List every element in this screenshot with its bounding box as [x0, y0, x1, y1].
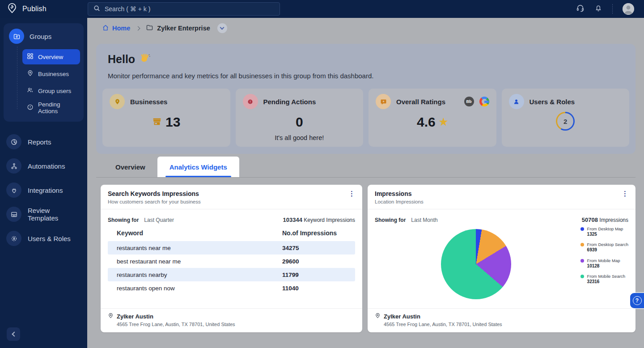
table-row[interactable]: best restaurant near me 29600 [108, 255, 355, 268]
stat-value: 13 [165, 115, 180, 130]
sidebar-item-businesses[interactable]: Businesses [22, 66, 80, 81]
stat-card-users-roles[interactable]: Users & Roles 2 [502, 89, 630, 147]
global-search[interactable] [88, 2, 280, 16]
pie-legend: From Desktop Map1325 From Desktop Search… [580, 226, 628, 285]
kebab-menu-icon[interactable]: ⋮ [622, 190, 628, 197]
location-pin-icon [108, 313, 114, 320]
stat-label: Businesses [130, 98, 167, 106]
showing-for-label: Showing for [375, 217, 406, 223]
widget-subtitle: Location Impressions [375, 199, 628, 204]
alert-circle-icon [27, 104, 34, 112]
tab-analytics-widgets[interactable]: Analytics Widgets [157, 157, 239, 177]
sidebar-item-pending-actions[interactable]: Pending Actions [22, 100, 80, 115]
user-icon [509, 94, 524, 109]
sidebar-item-review-templates[interactable]: Review Templates [0, 202, 87, 226]
topbar: Publish [0, 0, 644, 18]
sidebar-item-label: Review Templates [28, 207, 81, 222]
app-logo[interactable]: Publish [0, 2, 87, 16]
sidebar-item-label: Businesses [38, 71, 69, 77]
legend-item[interactable]: From Mobile Search32316 [580, 274, 628, 284]
impressions-pie-chart[interactable] [441, 229, 511, 299]
chevron-right-icon [136, 26, 140, 30]
businesses-pin-icon [110, 94, 125, 109]
keyword-table: restaurants near me 34275 best restauran… [108, 241, 355, 295]
dashboard-section: Overview Analytics Widgets Search Keywor… [96, 157, 636, 347]
widget-subtitle: How customers search for your business [108, 199, 355, 204]
publish-pin-logo-icon [6, 2, 18, 16]
location-pin-icon [375, 313, 381, 320]
table-row[interactable]: restaurants nearby 11799 [108, 268, 355, 281]
stat-label: Users & Roles [530, 98, 575, 106]
breadcrumb: Home Zylker Enterprise [87, 18, 644, 38]
gear-user-icon [6, 231, 21, 246]
storefront-icon [152, 115, 162, 130]
showing-for-label: Showing for [108, 217, 139, 223]
breadcrumb-group-label: Zylker Enterprise [157, 25, 210, 32]
breadcrumb-dropdown-button[interactable] [217, 23, 227, 33]
stat-value: 2 [557, 113, 573, 129]
support-headset-icon[interactable] [576, 4, 585, 14]
pie-chart-icon [6, 134, 21, 149]
bb-source-badge: Bb [464, 97, 474, 106]
location-address: 4565 Tree Frog Lane, Austin, TX 78701, U… [117, 322, 355, 327]
column-impressions: No.of Impressions [282, 229, 355, 237]
help-button[interactable]: ? [630, 293, 644, 308]
breadcrumb-home-label: Home [112, 25, 130, 32]
groups-folder-pin-icon [9, 29, 24, 44]
sidebar-item-reports[interactable]: Reports [0, 130, 87, 154]
keyword-table-header: Keyword No.of Impressions [108, 229, 355, 241]
search-icon [93, 5, 100, 13]
chevron-down-icon [220, 25, 225, 30]
banner-subtitle: Monitor performance and key metrics for … [108, 72, 629, 80]
location-name: Zylker Austin [117, 313, 153, 320]
chevron-left-icon [12, 331, 17, 336]
stat-card-overall-ratings[interactable]: Overall Ratings Bb 4.6 ★ [369, 89, 496, 147]
app-title: Publish [22, 5, 47, 13]
widget-location-footer: Zylker Austin 4565 Tree Frog Lane, Austi… [368, 308, 636, 332]
total-impressions: 50708 Impressions [582, 216, 628, 223]
welcome-banner: Hello Monitor performance and key met [96, 44, 636, 154]
legend-dot [580, 227, 584, 231]
stat-card-pending-actions[interactable]: Pending Actions 0 It's all good here! [236, 89, 364, 147]
column-keyword: Keyword [108, 229, 282, 237]
sidebar-item-overview[interactable]: Overview [22, 49, 80, 64]
widget-search-keywords-impressions: Search Keywords Impressions How customer… [101, 185, 362, 332]
stat-label: Pending Actions [263, 98, 316, 106]
breadcrumb-group[interactable]: Zylker Enterprise [146, 24, 210, 33]
legend-item[interactable]: From Mobile Map10128 [580, 258, 628, 269]
rating-comment-icon [376, 94, 391, 109]
sidebar-item-integrations[interactable]: Integrations [0, 178, 87, 202]
star-icon: ★ [439, 117, 448, 127]
tab-overview[interactable]: Overview [103, 157, 157, 177]
breadcrumb-home-link[interactable]: Home [102, 24, 130, 33]
search-input[interactable] [105, 5, 274, 13]
stat-card-businesses[interactable]: Businesses 13 [102, 89, 230, 147]
sidebar-item-group-users[interactable]: Group users [22, 83, 80, 98]
sidebar-groups-section: Groups Overview Businesses [4, 23, 84, 122]
sidebar-collapse-button[interactable] [7, 327, 20, 341]
waving-hand-icon [140, 53, 150, 66]
kebab-menu-icon[interactable]: ⋮ [348, 190, 355, 197]
sidebar-item-label: Automations [28, 162, 65, 170]
showing-for-value: Last Quarter [144, 217, 174, 223]
template-card-icon [6, 207, 21, 222]
sidebar-item-label: Reports [28, 138, 51, 146]
legend-dot [580, 259, 584, 263]
table-row[interactable]: restaurants near me 34275 [108, 241, 355, 255]
widget-impressions: Impressions Location Impressions ⋮ Showi… [368, 185, 636, 332]
table-row[interactable]: restaurants open now 11040 [108, 281, 355, 295]
legend-item[interactable]: From Desktop Map1325 [580, 226, 628, 237]
sidebar-item-groups[interactable]: Groups [7, 27, 80, 46]
main-content: Home Zylker Enterprise Hello [87, 18, 644, 348]
sidebar-item-users-roles[interactable]: Users & Roles [0, 226, 87, 250]
sidebar-item-label: Pending Actions [38, 101, 76, 115]
stat-value: 4.6 [417, 115, 436, 130]
widget-location-footer: Zylker Austin 4565 Tree Frog Lane, Austi… [101, 308, 362, 332]
legend-item[interactable]: From Desktop Search6939 [580, 242, 628, 253]
home-icon [102, 24, 109, 33]
sidebar-item-automations[interactable]: Automations [0, 154, 87, 178]
workflow-icon [6, 158, 21, 174]
user-avatar[interactable] [623, 3, 634, 15]
notifications-bell-icon[interactable] [594, 4, 602, 14]
showing-for-value: Last Month [411, 217, 437, 223]
